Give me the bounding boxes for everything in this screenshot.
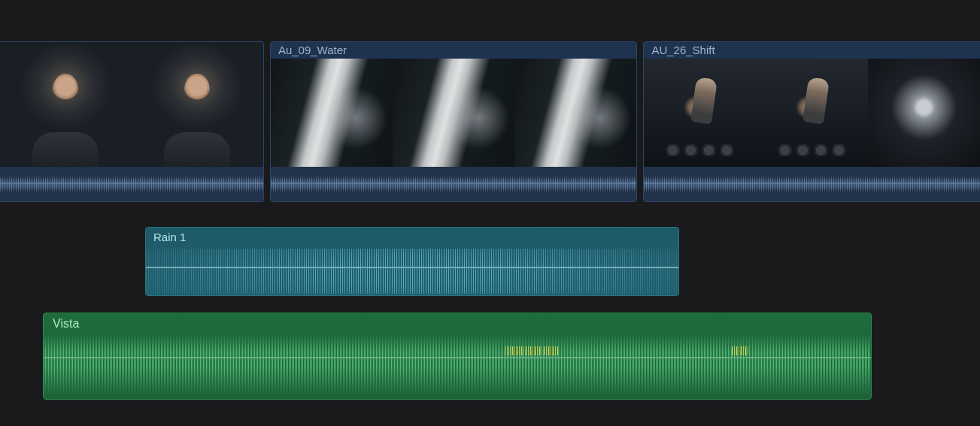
audio-waveform-icon bbox=[44, 358, 871, 396]
video-thumbnail bbox=[132, 42, 263, 167]
video-filmstrip bbox=[0, 42, 263, 167]
audio-peak-icon bbox=[732, 346, 750, 355]
primary-video-track[interactable]: Au_09_WaterAU_26_Shift bbox=[0, 41, 980, 202]
video-clip-label: AU_26_Shift bbox=[644, 42, 980, 59]
audio-clip-label: Rain 1 bbox=[153, 231, 186, 243]
video-clip[interactable]: Au_09_Water bbox=[270, 41, 637, 202]
video-audio-waveform-icon bbox=[0, 167, 263, 201]
video-clip[interactable]: AU_26_Shift bbox=[643, 41, 980, 202]
audio-clip-label: Vista bbox=[53, 317, 79, 331]
video-thumbnail bbox=[756, 59, 868, 167]
clip-marker-icon[interactable] bbox=[199, 201, 210, 202]
audio-clip-vista[interactable]: Vista bbox=[43, 313, 872, 400]
video-filmstrip bbox=[271, 59, 636, 167]
video-thumbnail bbox=[644, 59, 756, 167]
video-clip[interactable] bbox=[0, 41, 264, 202]
video-thumbnail bbox=[393, 59, 514, 167]
video-clip-label: Au_09_Water bbox=[271, 42, 636, 59]
video-thumbnail bbox=[868, 59, 980, 167]
timeline[interactable]: Au_09_WaterAU_26_Shift Rain 1 Vista bbox=[0, 0, 980, 426]
video-thumbnail bbox=[271, 59, 393, 167]
clip-marker-icon[interactable] bbox=[41, 201, 52, 202]
video-audio-waveform-icon bbox=[644, 167, 980, 201]
video-audio-waveform-icon bbox=[271, 167, 636, 201]
video-thumbnail bbox=[514, 59, 636, 167]
audio-clip-rain[interactable]: Rain 1 bbox=[145, 227, 679, 296]
video-thumbnail bbox=[0, 42, 132, 167]
audio-peak-icon bbox=[505, 346, 558, 355]
audio-waveform-icon bbox=[146, 249, 678, 294]
video-filmstrip bbox=[644, 59, 980, 167]
